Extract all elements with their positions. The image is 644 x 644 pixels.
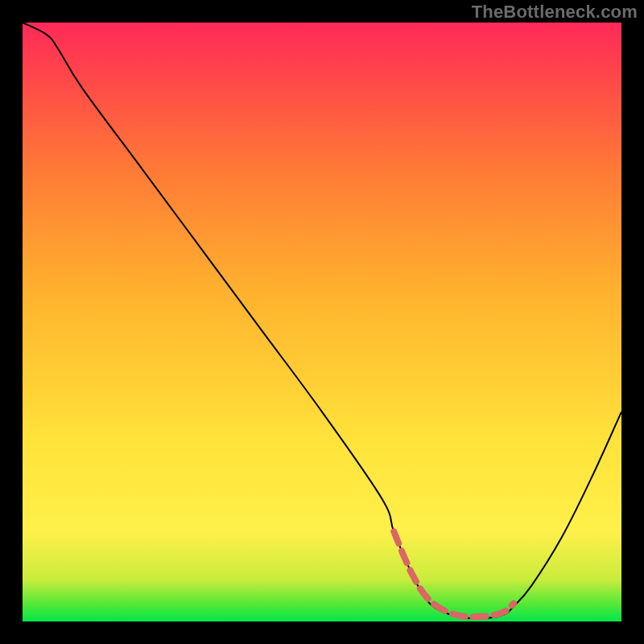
bottleneck-chart	[0, 0, 644, 644]
plot-background	[23, 23, 621, 621]
watermark-text: TheBottleneck.com	[472, 2, 638, 23]
chart-stage: TheBottleneck.com	[0, 0, 644, 644]
